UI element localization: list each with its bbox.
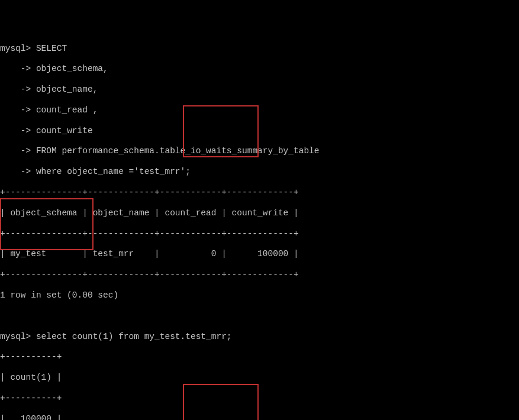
- cont-prompt: ->: [0, 105, 31, 115]
- table2-border-mid: +----------+: [0, 393, 519, 403]
- table1-header: | object_schema | object_name | count_re…: [0, 208, 519, 218]
- table2-border-top: +----------+: [0, 352, 519, 362]
- blank-line: [0, 311, 519, 321]
- query1-line5: -> FROM performance_schema.table_io_wait…: [0, 146, 519, 156]
- table2-row: | 100000 |: [0, 414, 519, 420]
- query1-text1: object_schema,: [31, 64, 108, 73]
- cont-prompt: ->: [0, 85, 31, 94]
- query1-line1: -> object_schema,: [0, 64, 519, 74]
- cont-prompt: ->: [0, 146, 31, 156]
- query1-text3: count_read ,: [31, 105, 98, 115]
- query2-text: select count(1) from my_test.test_mrr;: [31, 332, 231, 341]
- query1-line4: -> count_write: [0, 126, 519, 136]
- mysql-prompt: mysql>: [0, 44, 31, 53]
- query1-line3: -> count_read ,: [0, 105, 519, 115]
- query1-text6: where object_name ='test_mrr';: [31, 167, 191, 176]
- table1-row: | my_test | test_mrr | 0 | 100000 |: [0, 249, 519, 259]
- mysql-terminal[interactable]: mysql> SELECT -> object_schema, -> objec…: [0, 31, 519, 420]
- table2-header: | count(1) |: [0, 373, 519, 383]
- cont-prompt: ->: [0, 126, 31, 135]
- table1-border-bot: +---------------+-------------+---------…: [0, 270, 519, 280]
- query1-line6: -> where object_name ='test_mrr';: [0, 167, 519, 177]
- query1-line2: -> object_name,: [0, 85, 519, 95]
- query1-text0: SELECT: [31, 44, 67, 53]
- query2-line: mysql> select count(1) from my_test.test…: [0, 332, 519, 342]
- result1-footer: 1 row in set (0.00 sec): [0, 290, 519, 301]
- table1-border-top: +---------------+-------------+---------…: [0, 188, 519, 198]
- query1-text2: object_name,: [31, 85, 98, 94]
- query1-text4: count_write: [31, 126, 92, 135]
- highlight-count1-table: [0, 198, 94, 250]
- query1-text5: FROM performance_schema.table_io_waits_s…: [31, 146, 319, 156]
- cont-prompt: ->: [0, 167, 31, 176]
- query1-line0: mysql> SELECT: [0, 44, 519, 54]
- cont-prompt: ->: [0, 64, 31, 73]
- table1-border-mid: +---------------+-------------+---------…: [0, 229, 519, 239]
- mysql-prompt: mysql>: [0, 332, 31, 341]
